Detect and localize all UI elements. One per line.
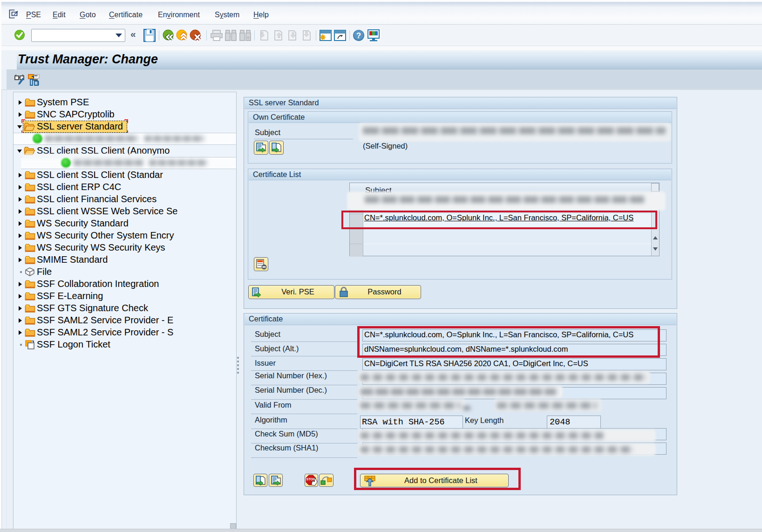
svg-text:?: ? (356, 31, 361, 40)
